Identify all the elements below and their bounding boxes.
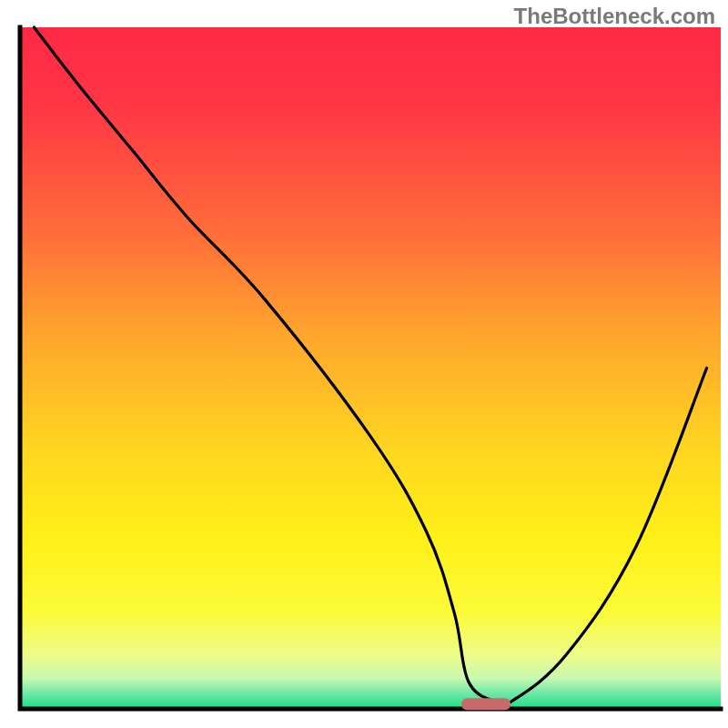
- optimum-marker: [461, 698, 511, 710]
- bottleneck-chart: [0, 0, 728, 728]
- watermark-text: TheBottleneck.com: [514, 4, 715, 29]
- plot-background: [20, 27, 721, 709]
- chart-container: TheBottleneck.com: [0, 0, 728, 728]
